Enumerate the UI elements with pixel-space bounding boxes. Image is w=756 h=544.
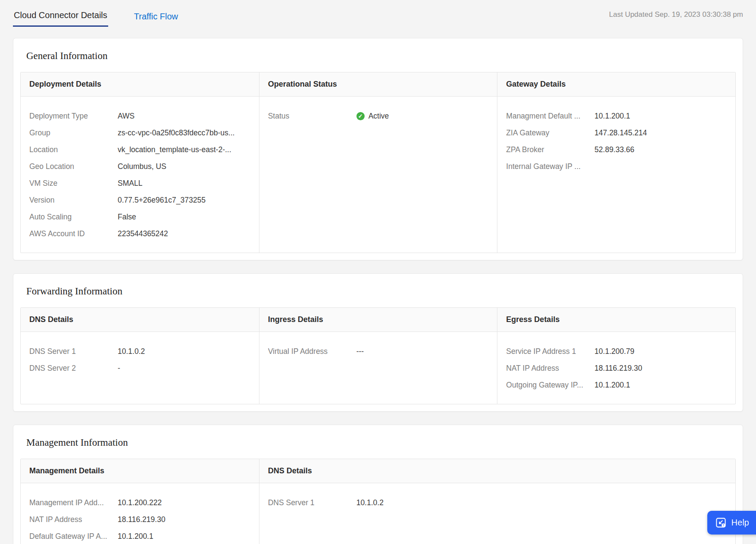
field-row: DNS Server 2 - [29,360,250,377]
field-label: AWS Account ID [29,229,118,238]
column-body-dns-details: DNS Server 1 10.1.0.2 [259,483,735,544]
field-row: NAT IP Address 18.116.219.30 [29,511,250,528]
field-label: Deployment Type [29,112,118,121]
column-header-dns-details: DNS Details [21,308,259,331]
field-label: DNS Server 1 [29,347,118,356]
field-value: False [118,213,136,222]
field-label: Location [29,145,118,154]
field-row: Outgoing Gateway IP... 10.1.200.1 [506,377,727,394]
tab-traffic-flow[interactable]: Traffic Flow [133,5,179,27]
field-label: VM Size [29,179,118,188]
field-label: Virtual IP Address [268,347,356,356]
last-updated-text: Last Updated Sep. 19, 2023 03:30:38 pm [609,10,743,27]
field-value: 147.28.145.214 [594,128,647,138]
field-value: zs-cc-vpc-0a25f0c83fdecc7bb-us... [118,128,234,138]
column-body-egress-details: Service IP Address 1 10.1.200.79 NAT IP … [497,332,735,404]
field-row: Service IP Address 1 10.1.200.79 [506,343,727,360]
field-row: ZIA Gateway 147.28.145.214 [506,125,727,141]
field-label: Geo Location [29,162,118,171]
section-card-general-information: General Information Deployment DetailsOp… [13,38,743,260]
section-title: General Information [26,50,736,62]
column-header-dns-details: DNS Details [259,459,735,483]
field-value: 10.1.200.79 [594,347,634,356]
field-label: Group [29,128,118,138]
field-label: Status [268,112,356,121]
field-label: NAT IP Address [506,364,594,373]
main-content: General Information Deployment DetailsOp… [0,27,756,544]
column-body-gateway-details: Managment Default ... 10.1.200.1 ZIA Gat… [497,97,735,253]
field-value: --- [356,347,364,356]
field-label: Service IP Address 1 [506,347,594,356]
field-label: DNS Server 1 [268,498,356,507]
field-label: NAT IP Address [29,515,118,524]
column-header-egress-details: Egress Details [497,308,735,331]
field-row: Default Gateway IP A... 10.1.200.1 [29,528,250,544]
field-value: 10.1.200.1 [594,381,630,390]
table-header-row: Management DetailsDNS Details [21,459,735,483]
field-value: 10.1.200.1 [594,112,630,121]
field-value: SMALL [118,179,142,188]
section-card-forwarding-information: Forwarding Information DNS DetailsIngres… [13,273,743,412]
column-body-dns-details: DNS Server 1 10.1.0.2 DNS Server 2 - [21,332,259,404]
field-label: Auto Scaling [29,213,118,222]
field-value: 223544365242 [118,229,168,238]
section-title: Management Information [26,437,736,448]
field-row: Deployment Type AWS [29,108,250,125]
field-value: 10.1.200.222 [118,498,162,507]
field-label: DNS Server 2 [29,364,118,373]
field-row: Location vk_location_template-us-east-2-… [29,141,250,158]
field-label: Version [29,196,118,205]
field-row: Version 0.77.5+26e961c7_373255 [29,192,250,209]
column-header-gateway-details: Gateway Details [497,72,735,96]
field-value: 10.1.0.2 [118,347,145,356]
field-label: Managment Default ... [506,112,594,121]
field-row: Status ✓Active [268,108,489,125]
field-row: Managment Default ... 10.1.200.1 [506,108,727,125]
field-value: 10.1.0.2 [356,498,384,507]
column-body-deployment-details: Deployment Type AWS Group zs-cc-vpc-0a25… [21,97,259,253]
field-value: 0.77.5+26e961c7_373255 [118,196,206,205]
status-active-check-icon: ✓ [356,112,365,120]
status-text: Active [369,112,389,121]
field-label: Management IP Add... [29,498,118,507]
svg-text:?: ? [722,524,724,527]
field-label: ZIA Gateway [506,128,594,138]
help-button[interactable]: ? Help [707,511,756,535]
column-body-operational-status: Status ✓Active [259,97,497,253]
column-header-management-details: Management Details [21,459,259,483]
field-row: Auto Scaling False [29,209,250,225]
column-body-ingress-details: Virtual IP Address --- [259,332,497,404]
top-tab-bar: Cloud Connector DetailsTraffic Flow Last… [0,0,756,27]
column-body-management-details: Management IP Add... 10.1.200.222 NAT IP… [21,483,259,544]
field-value: - [118,364,120,373]
table-body: DNS Server 1 10.1.0.2 DNS Server 2 - Vir… [21,332,735,404]
field-value: 18.116.219.30 [118,515,166,524]
field-value: 52.89.33.66 [594,145,634,154]
field-row: Group zs-cc-vpc-0a25f0c83fdecc7bb-us... [29,125,250,141]
info-table: DNS DetailsIngress DetailsEgress Details… [20,307,736,404]
field-label: ZPA Broker [506,145,594,154]
table-header-row: Deployment DetailsOperational StatusGate… [21,72,735,97]
column-header-deployment-details: Deployment Details [21,72,259,96]
tab-label: Cloud Connector Details [14,10,107,20]
info-table: Management DetailsDNS Details Management… [20,459,736,544]
help-label: Help [731,518,749,528]
field-value: AWS [118,112,134,121]
field-value: 18.116.219.30 [594,364,642,373]
column-header-ingress-details: Ingress Details [259,308,497,331]
field-label: Internal Gateway IP ... [506,162,594,171]
field-value: 10.1.200.1 [118,532,153,541]
field-value: Columbus, US [118,162,166,171]
field-row: Geo Location Columbus, US [29,158,250,175]
field-value: ✓Active [356,112,389,121]
field-row: AWS Account ID 223544365242 [29,225,250,242]
field-row: Management IP Add... 10.1.200.222 [29,494,250,511]
field-row: ZPA Broker 52.89.33.66 [506,141,727,158]
tab-cloud-connector-details[interactable]: Cloud Connector Details [13,3,108,27]
field-row: DNS Server 1 10.1.0.2 [268,494,727,511]
tab-label: Traffic Flow [134,12,178,21]
help-icon: ? [715,517,727,528]
tabs: Cloud Connector DetailsTraffic Flow [13,3,204,27]
field-row: VM Size SMALL [29,175,250,192]
column-header-operational-status: Operational Status [259,72,497,96]
